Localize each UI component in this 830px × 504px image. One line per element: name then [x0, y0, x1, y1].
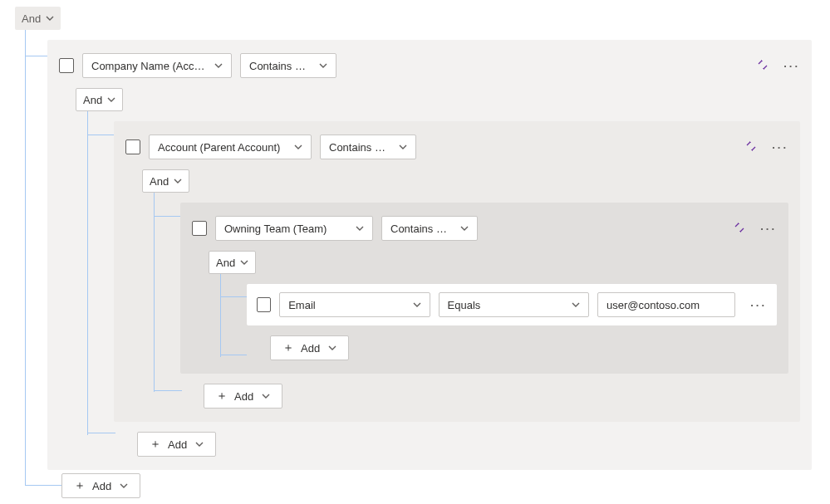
group-checkbox[interactable]	[125, 139, 140, 154]
field-label: Account (Parent Account)	[158, 141, 286, 154]
add-button[interactable]: ＋ Add	[137, 432, 216, 457]
field-label: Company Name (Accou…	[91, 60, 206, 72]
group-operator-label: And	[216, 257, 235, 269]
tree-line	[154, 390, 182, 391]
add-label: Add	[92, 480, 111, 492]
row-field-label: Email	[288, 299, 404, 311]
field-dropdown[interactable]: Owning Team (Team)	[215, 216, 373, 241]
collapse-icon[interactable]	[757, 59, 769, 72]
chevron-down-icon	[120, 480, 128, 492]
group-body: And Owning Team (Team)	[114, 169, 800, 422]
group-operator-label: And	[83, 94, 102, 106]
field-dropdown[interactable]: Account (Parent Account)	[149, 135, 312, 159]
condition-dropdown[interactable]: Contains data	[381, 216, 478, 241]
add-button[interactable]: ＋ Add	[270, 335, 349, 360]
add-button[interactable]: ＋ Add	[204, 384, 282, 409]
more-icon[interactable]: ···	[760, 223, 777, 235]
chevron-down-icon	[46, 12, 54, 25]
group-controls: ···	[734, 222, 777, 235]
collapse-icon[interactable]	[745, 140, 757, 154]
tree-line	[220, 296, 247, 297]
filter-builder: And Company Name (Accou… Contains data	[0, 0, 830, 504]
tree-line	[154, 193, 155, 392]
tree-line	[25, 485, 61, 486]
row-operator-dropdown[interactable]: Equals	[439, 292, 589, 317]
more-icon[interactable]: ···	[750, 299, 767, 311]
group-checkbox[interactable]	[59, 58, 74, 73]
collapse-icon[interactable]	[734, 222, 745, 235]
group-operator-label: And	[150, 175, 169, 188]
group-header: Owning Team (Team) Contains data	[180, 203, 788, 251]
add-label: Add	[301, 342, 320, 355]
tree-line	[25, 56, 26, 485]
condition-row: Email Equals	[247, 284, 777, 325]
plus-icon: ＋	[216, 389, 228, 404]
tree-line	[25, 56, 47, 56]
group-header: Account (Parent Account) Contains data	[114, 121, 800, 169]
filter-group-1: Company Name (Accou… Contains data	[47, 40, 812, 470]
group-operator-dropdown[interactable]: And	[76, 88, 123, 111]
group-checkbox[interactable]	[192, 221, 207, 236]
chevron-down-icon	[174, 175, 182, 188]
chevron-down-icon	[460, 223, 469, 235]
filter-group-3: Owning Team (Team) Contains data	[180, 203, 788, 374]
chevron-down-icon	[107, 94, 115, 106]
chevron-down-icon	[356, 223, 364, 235]
plus-icon: ＋	[282, 340, 294, 355]
field-label: Owning Team (Team)	[224, 223, 347, 235]
chevron-down-icon	[294, 141, 302, 154]
chevron-down-icon	[328, 342, 336, 355]
add-button[interactable]: ＋ Add	[61, 473, 140, 498]
chevron-down-icon	[262, 390, 270, 403]
tree-line	[87, 111, 88, 435]
chevron-down-icon	[214, 60, 223, 72]
plus-icon: ＋	[74, 478, 86, 493]
tree-line	[220, 355, 247, 355]
filter-group-2: Account (Parent Account) Contains data	[114, 121, 800, 422]
condition-label: Contains data	[390, 223, 452, 235]
root-operator-label: And	[22, 12, 41, 25]
tree-line	[154, 216, 182, 217]
add-label: Add	[168, 438, 187, 451]
field-dropdown[interactable]: Company Name (Accou…	[82, 53, 232, 78]
condition-dropdown[interactable]: Contains data	[240, 53, 336, 78]
more-icon[interactable]: ···	[772, 141, 788, 154]
tree-line	[87, 433, 115, 433]
group-operator-dropdown[interactable]: And	[209, 251, 256, 274]
chevron-down-icon	[319, 60, 327, 72]
chevron-down-icon	[240, 257, 248, 269]
tree-line	[25, 30, 26, 56]
chevron-down-icon	[399, 141, 407, 154]
chevron-down-icon	[413, 299, 421, 311]
group-body: And	[180, 251, 788, 374]
row-value: user@contoso.com	[607, 299, 700, 311]
plus-icon: ＋	[150, 437, 161, 452]
tree-line	[87, 135, 115, 135]
row-field-dropdown[interactable]: Email	[279, 292, 430, 317]
root-operator-dropdown[interactable]: And	[15, 7, 61, 30]
add-label: Add	[234, 390, 253, 403]
tree-line	[220, 274, 221, 357]
more-icon[interactable]: ···	[783, 60, 800, 72]
chevron-down-icon	[572, 299, 580, 311]
group-operator-dropdown[interactable]: And	[142, 169, 189, 193]
condition-label: Contains data	[329, 141, 390, 154]
condition-label: Contains data	[249, 60, 311, 72]
row-checkbox[interactable]	[257, 297, 271, 312]
condition-dropdown[interactable]: Contains data	[320, 135, 416, 159]
row-operator-label: Equals	[448, 299, 563, 311]
group-body: And Account (Parent Account)	[47, 88, 812, 470]
group-controls: ···	[757, 59, 800, 72]
group-header: Company Name (Accou… Contains data	[47, 40, 812, 88]
group-controls: ···	[745, 140, 788, 154]
row-value-input[interactable]: user@contoso.com	[597, 292, 735, 317]
chevron-down-icon	[195, 438, 204, 451]
